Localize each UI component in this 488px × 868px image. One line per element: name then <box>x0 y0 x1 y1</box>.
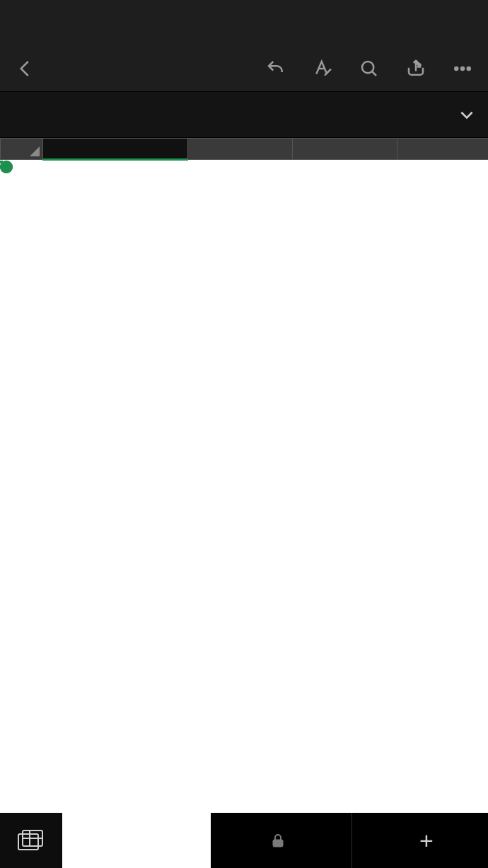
undo-button[interactable] <box>260 53 291 84</box>
formula-input[interactable] <box>52 92 446 137</box>
svg-point-2 <box>455 67 458 70</box>
formula-expand-button[interactable] <box>446 105 488 124</box>
svg-rect-5 <box>18 834 38 850</box>
lock-icon <box>272 833 284 847</box>
back-button[interactable] <box>10 53 41 84</box>
spreadsheet-grid[interactable] <box>0 138 488 813</box>
column-header-A[interactable] <box>43 139 188 160</box>
column-header-B[interactable] <box>188 139 293 160</box>
all-sheets-button[interactable] <box>0 813 62 868</box>
svg-point-0 <box>362 62 373 73</box>
tab-attendance[interactable] <box>62 813 211 868</box>
titlebar <box>0 0 488 46</box>
more-button[interactable] <box>447 53 478 84</box>
toolbar <box>0 46 488 91</box>
svg-point-3 <box>461 67 464 70</box>
svg-line-1 <box>372 71 376 76</box>
selection-handle-br[interactable] <box>0 161 13 173</box>
svg-point-4 <box>467 67 470 70</box>
sheet-tabs: + <box>0 813 488 868</box>
format-text-button[interactable] <box>307 53 338 84</box>
plus-icon: + <box>419 827 434 855</box>
share-button[interactable] <box>400 53 431 84</box>
tab-tax[interactable] <box>211 813 352 868</box>
formula-bar <box>0 91 488 138</box>
add-sheet-button[interactable]: + <box>352 813 488 868</box>
select-all-corner[interactable] <box>1 139 43 160</box>
column-header-D[interactable] <box>397 139 489 160</box>
search-button[interactable] <box>354 53 385 84</box>
column-header-C[interactable] <box>293 139 397 160</box>
svg-rect-9 <box>273 840 283 847</box>
